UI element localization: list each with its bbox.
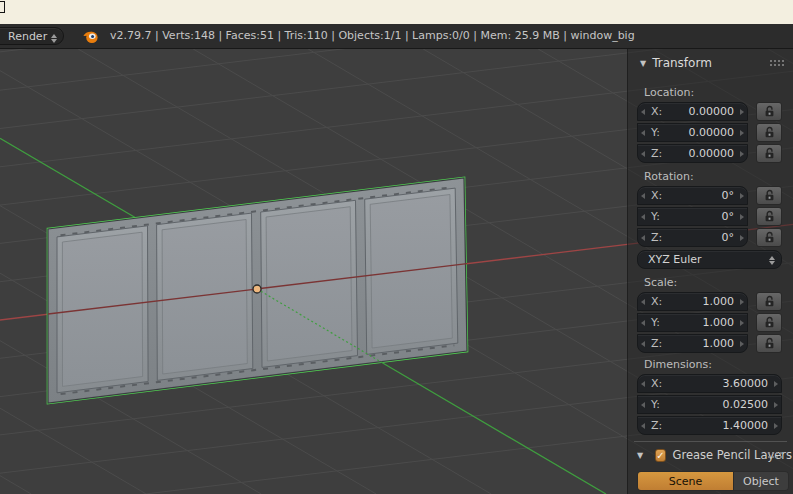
scale-y-field[interactable]: Y:1.000 (637, 313, 748, 332)
dimensions-y-field[interactable]: Y:0.02500 (637, 395, 782, 414)
field-value: 1.000 (703, 337, 735, 350)
lock-scale-z-toggle[interactable] (756, 334, 782, 353)
scale-label: Scale: (644, 276, 793, 289)
location-fields: X:0.00000 Y:0.00000 Z:0.00000 (637, 102, 793, 163)
lock-rotation-x-toggle[interactable] (756, 186, 782, 205)
dropdown-arrows-icon (769, 253, 775, 268)
origin-point[interactable] (253, 285, 261, 293)
rotation-label: Rotation: (644, 170, 793, 183)
window-bracket-mark (0, 1, 5, 13)
transform-panel-header[interactable]: ▼ Transform (640, 55, 785, 71)
pane-glass (162, 220, 247, 375)
panel-separator (634, 441, 787, 442)
grease-pencil-panel-header[interactable]: ▼ ✓ Grease Pencil Layers (637, 447, 785, 463)
axis-label: Y: (651, 316, 660, 329)
blender-logo-icon (82, 28, 99, 45)
pane-glass (62, 232, 142, 386)
unlock-icon (763, 295, 776, 308)
decrement-arrow-icon[interactable] (641, 381, 645, 387)
unlock-icon (763, 210, 776, 223)
panel-drag-dots-icon[interactable] (768, 452, 783, 459)
increment-arrow-icon[interactable] (774, 423, 778, 429)
lock-rotation-y-toggle[interactable] (756, 207, 782, 226)
unlock-icon (763, 231, 776, 244)
decrement-arrow-icon[interactable] (641, 151, 645, 157)
axis-label: Z: (651, 147, 662, 160)
rotation-y-field[interactable]: Y:0° (637, 207, 748, 226)
increment-arrow-icon[interactable] (774, 381, 778, 387)
lock-scale-x-toggle[interactable] (756, 292, 782, 311)
field-value: 0.00000 (689, 147, 735, 160)
pane-glass (370, 195, 452, 349)
decrement-arrow-icon[interactable] (641, 320, 645, 326)
field-value: 1.40000 (723, 419, 769, 432)
dimensions-z-field[interactable]: Z:1.40000 (637, 416, 782, 435)
increment-arrow-icon[interactable] (740, 299, 744, 305)
transform-n-panel: ▼ Transform Location: X:0.00000 Y:0.0000… (627, 49, 793, 494)
rotation-z-field[interactable]: Z:0° (637, 228, 748, 247)
scene-stats-text: v2.79.7 | Verts:148 | Faces:51 | Tris:11… (110, 24, 635, 48)
lock-rotation-z-toggle[interactable] (756, 228, 782, 247)
increment-arrow-icon[interactable] (740, 193, 744, 199)
increment-arrow-icon[interactable] (740, 109, 744, 115)
dimensions-x-field[interactable]: X:3.60000 (637, 374, 782, 393)
decrement-arrow-icon[interactable] (641, 402, 645, 408)
unlock-icon (763, 147, 776, 160)
increment-arrow-icon[interactable] (740, 341, 744, 347)
increment-arrow-icon[interactable] (740, 320, 744, 326)
increment-arrow-icon[interactable] (740, 151, 744, 157)
rotation-x-field[interactable]: X:0° (637, 186, 748, 205)
lock-location-x-toggle[interactable] (756, 102, 782, 121)
panel-drag-dots-icon[interactable] (770, 60, 785, 67)
decrement-arrow-icon[interactable] (641, 423, 645, 429)
tab-object[interactable]: Object (733, 472, 788, 490)
location-x-field[interactable]: X:0.00000 (637, 102, 748, 121)
lock-location-z-toggle[interactable] (756, 144, 782, 163)
decrement-arrow-icon[interactable] (641, 214, 645, 220)
grease-pencil-source-tabs: Scene Object (637, 471, 789, 491)
grease-pencil-checkbox[interactable]: ✓ (655, 449, 665, 462)
render-engine-select[interactable]: Render (0, 27, 64, 45)
field-value: 0° (722, 189, 735, 202)
decrement-arrow-icon[interactable] (641, 299, 645, 305)
location-y-field[interactable]: Y:0.00000 (637, 123, 748, 142)
panel-title: Transform (652, 56, 712, 70)
axis-label: X: (651, 189, 662, 202)
unlock-icon (763, 337, 776, 350)
unlock-icon (763, 189, 776, 202)
decrement-arrow-icon[interactable] (641, 193, 645, 199)
viewport-3d[interactable]: ▼ Transform Location: X:0.00000 Y:0.0000… (0, 49, 793, 494)
render-engine-value: Render (8, 30, 47, 43)
collapse-triangle-icon[interactable]: ▼ (637, 451, 643, 460)
scale-z-field[interactable]: Z:1.000 (637, 334, 748, 353)
decrement-arrow-icon[interactable] (641, 235, 645, 241)
dropdown-arrows-icon (51, 31, 57, 46)
collapse-triangle-icon[interactable]: ▼ (640, 59, 646, 68)
decrement-arrow-icon[interactable] (641, 341, 645, 347)
lock-scale-y-toggle[interactable] (756, 313, 782, 332)
field-value: 0.02500 (723, 398, 769, 411)
rotation-mode-select[interactable]: XYZ Euler (637, 250, 782, 269)
field-value: 1.000 (703, 295, 735, 308)
axis-label: Z: (651, 231, 662, 244)
unlock-icon (763, 105, 776, 118)
location-z-field[interactable]: Z:0.00000 (637, 144, 748, 163)
blender-window: Render v2.79.7 | Verts:148 | Faces:51 | … (0, 0, 793, 494)
increment-arrow-icon[interactable] (740, 130, 744, 136)
increment-arrow-icon[interactable] (740, 235, 744, 241)
increment-arrow-icon[interactable] (740, 214, 744, 220)
scale-x-field[interactable]: X:1.000 (637, 292, 748, 311)
lock-location-y-toggle[interactable] (756, 123, 782, 142)
titlebar (0, 0, 793, 24)
scale-fields: X:1.000 Y:1.000 Z:1.000 (637, 292, 793, 353)
field-value: 0.00000 (689, 126, 735, 139)
location-label: Location: (644, 86, 793, 99)
increment-arrow-icon[interactable] (774, 402, 778, 408)
decrement-arrow-icon[interactable] (641, 109, 645, 115)
info-header-bar: Render v2.79.7 | Verts:148 | Faces:51 | … (0, 24, 793, 49)
axis-label: X: (651, 295, 662, 308)
tab-scene[interactable]: Scene (638, 472, 733, 490)
axis-label: Y: (651, 210, 660, 223)
axis-label: Y: (651, 398, 660, 411)
decrement-arrow-icon[interactable] (641, 130, 645, 136)
